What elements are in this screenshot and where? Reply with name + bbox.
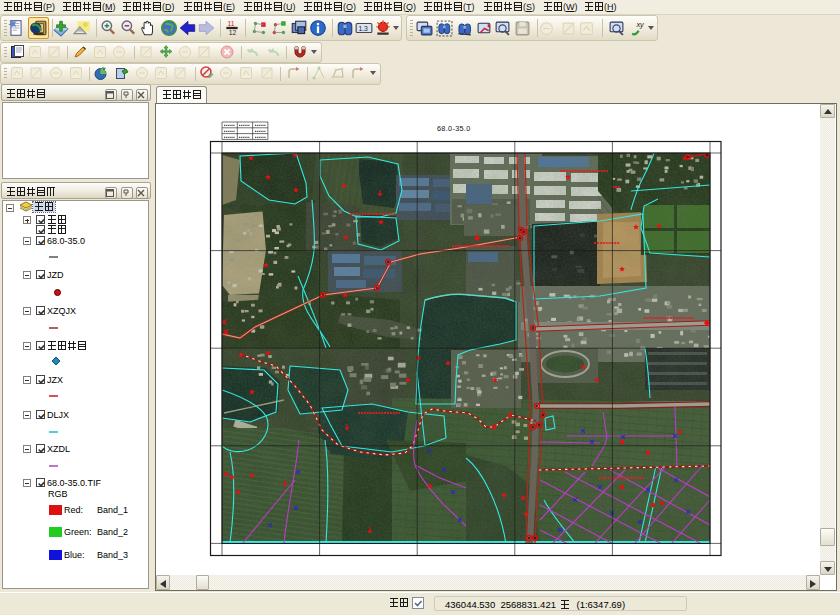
svg-text:68.0-35.0: 68.0-35.0 (437, 124, 471, 133)
